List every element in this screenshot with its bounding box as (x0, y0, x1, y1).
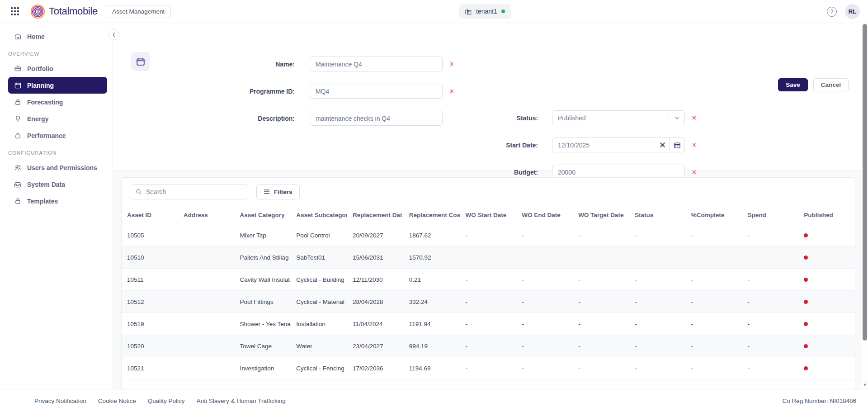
sidebar-collapse-button[interactable] (108, 29, 119, 40)
home-icon (14, 33, 22, 41)
briefcase-icon (14, 65, 22, 73)
close-x-icon[interactable] (656, 142, 669, 148)
status-select[interactable]: Published (552, 110, 685, 125)
cell-asset-subcategory: Cyclical - Fencing (291, 357, 347, 379)
cell-wo-start-date: - (460, 246, 517, 269)
table-row[interactable]: 10505Mixer TapPool Control20/09/20271867… (122, 224, 855, 246)
filters-button[interactable]: Filters (256, 185, 300, 199)
table-row[interactable]: 10520Towel CageWater23/04/2027994.19----… (122, 335, 855, 357)
help-icon[interactable]: ? (827, 7, 837, 17)
sidebar-item-forecasting[interactable]: Forecasting (8, 94, 107, 110)
cell-asset-category: Pallets And Stillag (235, 246, 291, 269)
vertical-scrollbar[interactable]: ▼ (861, 23, 868, 389)
sidebar-item-home[interactable]: Home (8, 28, 107, 45)
sidebar-item-label: Users and Permissions (27, 164, 97, 171)
sidebar-item-energy[interactable]: Energy (8, 110, 107, 127)
save-button[interactable]: Save (778, 78, 808, 91)
cell-percent-complete: - (686, 269, 742, 291)
column-header-address[interactable]: Address (178, 206, 235, 224)
sidebar-item-label: Templates (27, 198, 58, 205)
programme-id-input[interactable]: MQ4 (310, 84, 443, 99)
cell-wo-target-date: - (573, 357, 629, 379)
app-switcher-chip[interactable]: Asset Management (106, 5, 171, 18)
column-header-replacement-date[interactable]: Replacement Dat (347, 206, 404, 224)
table-row[interactable]: 10512Pool FittingsCyclical - Material28/… (122, 291, 855, 313)
column-header-spend[interactable]: Spend (742, 206, 798, 224)
sidebar-item-portfolio[interactable]: Portfolio (8, 60, 107, 77)
cancel-button[interactable]: Cancel (813, 78, 849, 91)
cell-asset-category: Towel Cage (235, 335, 291, 357)
page-footer: Privacy NotificationCookie NoticeQuality… (0, 389, 868, 412)
published-status-dot (804, 344, 808, 348)
footer-link[interactable]: Privacy Notification (34, 398, 86, 404)
field-status-label: Status: (479, 114, 538, 122)
cell-published (798, 335, 855, 357)
lightbulb-icon (14, 115, 22, 123)
cell-published (798, 224, 855, 246)
description-input[interactable]: maintenance checks in Q4 (310, 111, 443, 126)
cell-replacement-date: 20/09/2027 (347, 224, 404, 246)
cell-percent-complete: - (686, 246, 742, 269)
table-row[interactable]: 10519Shower - Yes TenaInstallation11/04/… (122, 313, 855, 335)
column-header-asset-category[interactable]: Asset Category (235, 206, 291, 224)
top-bar-actions: ? RL (827, 0, 860, 23)
tenant-selector[interactable]: tenant1 (459, 4, 511, 19)
column-header-wo-end-date[interactable]: WO End Date (516, 206, 573, 224)
start-date-input[interactable]: 12/10/2025 (552, 137, 685, 152)
sidebar-item-templates[interactable]: Templates (8, 193, 107, 209)
main-content: Name: Maintenance Q4 ✳ Programme ID: MQ4… (113, 23, 868, 389)
chevron-left-icon (112, 32, 116, 38)
table-row[interactable]: 10521InvestigationCyclical - Fencing17/0… (122, 357, 855, 379)
column-header-percent-complete[interactable]: %Complete (686, 206, 742, 224)
sidebar-item-system-data[interactable]: System Data (8, 176, 107, 193)
sidebar-item-planning[interactable]: Planning (8, 77, 107, 94)
tenant-name: tenant1 (476, 8, 497, 15)
cell-percent-complete: - (686, 357, 742, 379)
cell-address (178, 335, 235, 357)
date-picker-button[interactable] (669, 138, 684, 152)
top-navigation-bar: Totalmobile Asset Management tenant1 ? R… (0, 0, 868, 23)
cell-asset-category: Cavity Wall Insulat (235, 269, 291, 291)
grid-apps-icon[interactable] (7, 4, 23, 19)
cell-spend: - (742, 269, 798, 291)
footer-link[interactable]: Anti Slavery & Human Trafficking (197, 398, 286, 404)
chevron-down-icon[interactable] (669, 116, 684, 119)
sidebar-item-label: Energy (27, 115, 48, 123)
column-header-status[interactable]: Status (629, 206, 686, 224)
sidebar-item-label: Performance (27, 132, 66, 139)
cell-published (798, 269, 855, 291)
cell-asset-category: Investigation (235, 357, 291, 379)
cell-wo-end-date: - (516, 313, 573, 335)
tenant-status-dot (501, 9, 505, 13)
search-input[interactable]: Search (130, 185, 248, 199)
table-row[interactable]: 10511Cavity Wall InsulatCyclical - Build… (122, 269, 855, 291)
cell-published (798, 313, 855, 335)
sidebar-item-performance[interactable]: Performance (8, 127, 107, 144)
column-header-published[interactable]: Published (798, 206, 855, 224)
footer-link[interactable]: Cookie Notice (98, 398, 136, 404)
cell-asset-id: 10512 (122, 291, 178, 313)
cell-asset-id: 10505 (122, 224, 178, 246)
table-row[interactable]: 10510Pallets And StillagSabTest0115/06/2… (122, 246, 855, 269)
column-header-asset-subcategory[interactable]: Asset Subcategor (291, 206, 347, 224)
column-header-asset-id[interactable]: Asset ID (122, 206, 178, 224)
footer-link[interactable]: Quality Policy (148, 398, 185, 404)
scroll-down-arrow-icon[interactable]: ▼ (863, 383, 867, 387)
published-status-dot (804, 322, 808, 326)
avatar[interactable]: RL (845, 4, 860, 19)
column-header-wo-target-date[interactable]: WO Target Date (573, 206, 629, 224)
cell-wo-target-date: - (573, 335, 629, 357)
field-start-date-label: Start Date: (479, 142, 538, 149)
cell-replacement-cost: 1194.69 (404, 357, 460, 379)
cell-address (178, 246, 235, 269)
scrollbar-thumb[interactable] (863, 24, 867, 341)
name-input[interactable]: Maintenance Q4 (310, 57, 443, 71)
brand[interactable]: Totalmobile (31, 5, 98, 19)
cell-asset-category: Mixer Tap (235, 224, 291, 246)
cell-address (178, 313, 235, 335)
sidebar-item-users-and-permissions[interactable]: Users and Permissions (8, 159, 107, 176)
column-header-wo-start-date[interactable]: WO Start Date (460, 206, 517, 224)
lock-icon (14, 98, 22, 106)
column-header-replacement-cost[interactable]: Replacement Cost (404, 206, 460, 224)
cell-spend: - (742, 224, 798, 246)
